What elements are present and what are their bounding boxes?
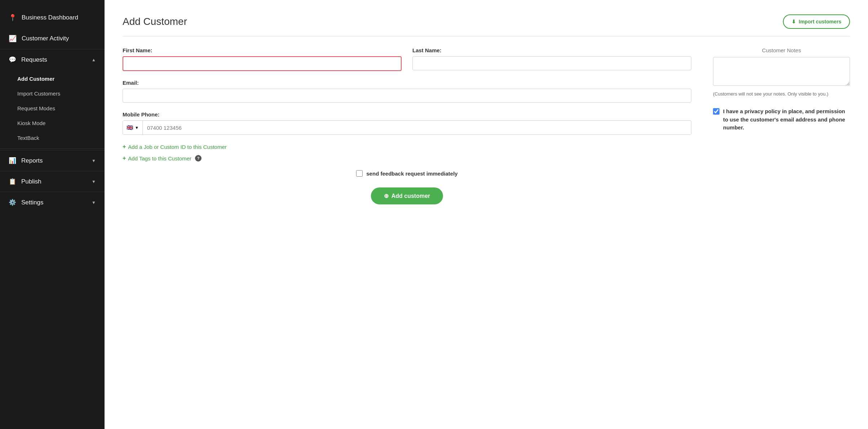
page-title: Add Customer xyxy=(123,16,187,27)
privacy-checkbox[interactable] xyxy=(713,108,719,115)
help-icon: ? xyxy=(195,155,201,162)
plus-icon-tags: + xyxy=(123,155,126,162)
publish-icon: 📋 xyxy=(9,178,16,185)
chevron-up-icon: ▲ xyxy=(92,57,96,62)
activity-icon: 📈 xyxy=(9,35,17,43)
form-left: First Name: Last Name: Email: Mobile Pho… xyxy=(123,47,691,204)
add-customer-button[interactable]: ⊕ Add customer xyxy=(371,187,443,204)
email-label: Email: xyxy=(123,80,691,86)
sidebar-item-business-dashboard[interactable]: 📍 Business Dashboard xyxy=(0,7,105,28)
sidebar-item-customer-activity[interactable]: 📈 Customer Activity xyxy=(0,28,105,49)
sidebar-item-import-customers[interactable]: Import Customers xyxy=(0,86,105,101)
phone-group: Mobile Phone: 🇬🇧 ▼ xyxy=(123,111,691,135)
chevron-down-icon-publish: ▼ xyxy=(92,179,96,184)
sidebar-item-reports[interactable]: 📊 Reports ▼ xyxy=(0,150,105,171)
phone-input[interactable] xyxy=(143,121,691,134)
page-header: Add Customer ⬇ Import customers xyxy=(123,14,850,29)
sidebar: 📍 Business Dashboard 📈 Customer Activity… xyxy=(0,0,105,429)
privacy-label: I have a privacy policy in place, and pe… xyxy=(723,107,850,132)
notes-hint: (Customers will not see your notes. Only… xyxy=(713,91,850,97)
first-name-input[interactable] xyxy=(123,56,402,71)
header-divider xyxy=(123,36,850,36)
privacy-row: I have a privacy policy in place, and pe… xyxy=(713,107,850,132)
mobile-phone-label: Mobile Phone: xyxy=(123,111,691,118)
add-tags-link[interactable]: + Add Tags to this Customer ? xyxy=(123,155,691,162)
last-name-label: Last Name: xyxy=(412,47,691,53)
add-job-link[interactable]: + Add a Job or Custom ID to this Custome… xyxy=(123,143,691,150)
location-icon: 📍 xyxy=(9,14,17,22)
import-customers-button[interactable]: ⬇ Import customers xyxy=(783,14,850,29)
sidebar-item-add-customer[interactable]: Add Customer xyxy=(0,71,105,86)
first-name-label: First Name: xyxy=(123,47,402,53)
sidebar-item-textback[interactable]: TextBack xyxy=(0,131,105,145)
form-layout: First Name: Last Name: Email: Mobile Pho… xyxy=(123,47,850,204)
plus-circle-icon: ⊕ xyxy=(384,193,389,199)
sidebar-item-kiosk-mode[interactable]: Kiosk Mode xyxy=(0,116,105,131)
first-name-group: First Name: xyxy=(123,47,402,71)
name-row: First Name: Last Name: xyxy=(123,47,691,71)
sidebar-item-requests[interactable]: 💬 Requests ▲ xyxy=(0,49,105,70)
send-feedback-checkbox[interactable] xyxy=(356,170,363,177)
last-name-group: Last Name: xyxy=(412,47,691,71)
plus-icon-job: + xyxy=(123,143,126,150)
last-name-input[interactable] xyxy=(412,56,691,70)
submit-row: ⊕ Add customer xyxy=(123,187,691,204)
feedback-label: send feedback request immediately xyxy=(366,171,457,177)
requests-icon: 💬 xyxy=(9,56,16,63)
customer-notes-label: Customer Notes xyxy=(713,47,850,53)
email-group: Email: xyxy=(123,80,691,103)
flag-dropdown-arrow: ▼ xyxy=(135,125,139,130)
feedback-row: send feedback request immediately xyxy=(123,170,691,177)
sidebar-item-request-modes[interactable]: Request Modes xyxy=(0,101,105,116)
chevron-down-icon: ▼ xyxy=(92,158,96,163)
email-input[interactable] xyxy=(123,89,691,103)
sidebar-item-settings[interactable]: ⚙️ Settings ▼ xyxy=(0,192,105,213)
chevron-down-icon-settings: ▼ xyxy=(92,200,96,205)
requests-submenu: Add Customer Import Customers Request Mo… xyxy=(0,70,105,147)
flag-icon: 🇬🇧 xyxy=(127,124,133,131)
phone-country-select[interactable]: 🇬🇧 ▼ xyxy=(123,121,143,134)
settings-icon: ⚙️ xyxy=(9,199,16,206)
phone-row: 🇬🇧 ▼ xyxy=(123,120,691,135)
download-icon: ⬇ xyxy=(792,19,796,25)
reports-icon: 📊 xyxy=(9,157,16,164)
form-right: Customer Notes (Customers will not see y… xyxy=(713,47,850,204)
main-content: Add Customer ⬇ Import customers First Na… xyxy=(105,0,868,429)
customer-notes-textarea[interactable] xyxy=(713,57,850,86)
sidebar-item-publish[interactable]: 📋 Publish ▼ xyxy=(0,171,105,192)
